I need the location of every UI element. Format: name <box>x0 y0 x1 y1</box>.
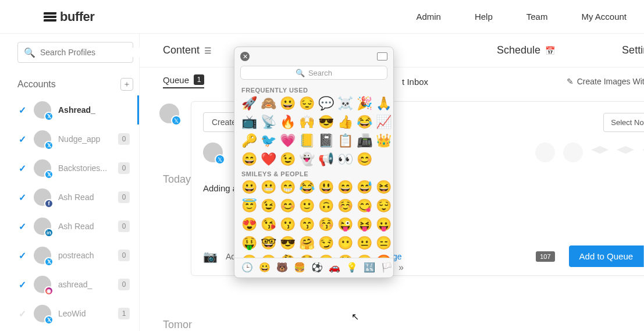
emoji[interactable]: 🚀 <box>241 96 257 111</box>
nav-team[interactable]: Team <box>526 12 548 22</box>
emoji[interactable]: 🤔 <box>280 254 296 258</box>
sidebar-account[interactable]: ✓ 𝕏 Ashread_ <box>17 95 139 124</box>
nav-help[interactable]: Help <box>475 12 493 22</box>
emoji[interactable]: 📡 <box>261 115 276 130</box>
target-account[interactable] <box>535 143 555 162</box>
camera-icon[interactable]: 📷 <box>203 250 218 264</box>
emoji[interactable]: 👻 <box>299 152 315 167</box>
emoji[interactable]: 📋 <box>337 133 353 148</box>
emoji-category[interactable]: 😀 <box>259 262 271 273</box>
emoji[interactable]: 🔥 <box>280 115 296 130</box>
emoji-category[interactable]: 💡 <box>346 262 358 273</box>
emoji-category[interactable]: » <box>399 262 404 273</box>
emoji[interactable]: 😁 <box>280 180 296 195</box>
emoji-category[interactable]: 🐻 <box>276 262 288 273</box>
emoji[interactable]: 🤑 <box>241 236 257 251</box>
sidebar-account[interactable]: ✓ in Ash Read 0 <box>17 212 133 241</box>
tab-settings[interactable]: Settings ⚙ <box>622 44 644 56</box>
emoji[interactable]: 😃 <box>318 180 334 195</box>
target-account[interactable] <box>563 143 583 162</box>
emoji[interactable]: 😌 <box>376 198 392 213</box>
emoji[interactable]: 😟 <box>337 254 353 258</box>
emoji[interactable]: 😗 <box>280 217 296 232</box>
emoji[interactable]: 😛 <box>376 217 392 232</box>
emoji[interactable]: 🐦 <box>261 133 276 148</box>
tab-content[interactable]: Content ☰ <box>163 44 212 56</box>
emoji[interactable]: 😜 <box>337 217 353 232</box>
emoji[interactable]: 💬 <box>318 96 334 111</box>
emoji[interactable]: 📒 <box>299 133 315 148</box>
emoji[interactable]: 🤗 <box>299 236 315 251</box>
brand-logo[interactable]: buffer <box>44 9 94 24</box>
select-none-button[interactable]: Select None <box>603 113 644 132</box>
sidebar-account[interactable]: ✓ ◉ ashread_ 0 <box>17 270 133 299</box>
emoji[interactable]: 😝 <box>357 217 372 232</box>
nav-my-account[interactable]: My Account <box>581 12 627 22</box>
emoji[interactable]: 🔑 <box>241 133 257 148</box>
emoji-search[interactable]: 🔍 Search <box>240 66 387 80</box>
keyboard-icon[interactable] <box>377 52 387 60</box>
emoji[interactable]: 👍 <box>337 115 353 130</box>
emoji[interactable]: 🎉 <box>357 96 372 111</box>
emoji[interactable]: 😋 <box>357 198 372 213</box>
sidebar-account[interactable]: ✓ 𝕏 LeoWid 1 <box>17 299 133 328</box>
emoji-category[interactable]: 🔣 <box>364 262 375 273</box>
emoji[interactable]: 😳 <box>299 254 315 258</box>
emoji-category[interactable]: 🚗 <box>329 262 340 273</box>
emoji[interactable]: 😐 <box>357 236 372 251</box>
emoji-category[interactable]: 🍔 <box>294 262 305 273</box>
emoji[interactable]: 😉 <box>280 152 296 167</box>
emoji[interactable]: 😉 <box>261 198 276 213</box>
sidebar-account[interactable]: ✓ 𝕏 Backstories... 0 <box>17 154 133 183</box>
sidebar-account[interactable]: ✓ 𝕏 Nudge_app 0 <box>17 124 133 154</box>
emoji[interactable]: 😇 <box>241 198 257 213</box>
emoji[interactable]: 👀 <box>337 152 353 167</box>
emoji-category[interactable]: 🏳️ <box>381 262 393 273</box>
emoji[interactable]: 😏 <box>318 236 334 251</box>
emoji[interactable]: 😄 <box>241 152 257 167</box>
emoji[interactable]: 😘 <box>261 217 276 232</box>
emoji[interactable]: 👑 <box>376 133 392 148</box>
search-profiles[interactable]: 🔍 <box>17 42 133 63</box>
emoji-category[interactable]: 🕒 <box>241 262 253 273</box>
search-input[interactable] <box>40 48 142 57</box>
emoji[interactable]: 😚 <box>318 217 334 232</box>
emoji[interactable]: 😎 <box>280 236 296 251</box>
emoji[interactable]: 😔 <box>299 96 315 111</box>
emoji[interactable]: 😶 <box>337 236 353 251</box>
emoji[interactable]: 😞 <box>318 254 334 258</box>
emoji[interactable]: 😠 <box>357 254 372 258</box>
emoji[interactable]: 📺 <box>241 115 257 130</box>
sidebar-account[interactable]: ✓ f Ash Read 0 <box>17 183 133 212</box>
add-to-queue-button[interactable]: Add to Queue <box>569 245 644 267</box>
tab-schedule[interactable]: Schedule 📅 <box>497 44 555 56</box>
emoji[interactable]: 🙈 <box>261 96 276 111</box>
target-stack[interactable] <box>591 146 609 159</box>
emoji[interactable]: 😆 <box>376 180 392 195</box>
emoji[interactable]: 😑 <box>376 236 392 251</box>
emoji-category[interactable]: ⚽ <box>311 262 323 273</box>
emoji[interactable]: 🙃 <box>318 198 334 213</box>
emoji[interactable]: 😀 <box>280 96 296 111</box>
emoji[interactable]: 🙂 <box>299 198 315 213</box>
emoji[interactable]: 😅 <box>357 180 372 195</box>
emoji[interactable]: 😡 <box>376 254 392 258</box>
emoji[interactable]: 📈 <box>376 115 392 130</box>
emoji[interactable]: ❤️ <box>261 152 276 167</box>
target-stack[interactable] <box>617 146 634 159</box>
emoji[interactable]: 💗 <box>280 133 296 148</box>
emoji[interactable]: 📢 <box>318 152 334 167</box>
emoji[interactable]: 🤓 <box>261 236 276 251</box>
create-images-pablo[interactable]: ✎ Create Images With Pablo <box>567 77 644 86</box>
sidebar-account[interactable]: ✓ 𝕏 postreach 0 <box>17 241 133 270</box>
emoji[interactable]: 😒 <box>241 254 257 258</box>
emoji[interactable]: 😀 <box>241 180 257 195</box>
emoji[interactable]: 😙 <box>299 217 315 232</box>
emoji[interactable]: 🙄 <box>261 254 276 258</box>
emoji[interactable]: 🙌 <box>299 115 315 130</box>
nav-admin[interactable]: Admin <box>416 12 441 22</box>
emoji[interactable]: 😎 <box>318 115 334 130</box>
emoji[interactable]: 😊 <box>357 152 372 167</box>
emoji[interactable]: 📠 <box>357 133 372 148</box>
emoji[interactable]: 😬 <box>261 180 276 195</box>
